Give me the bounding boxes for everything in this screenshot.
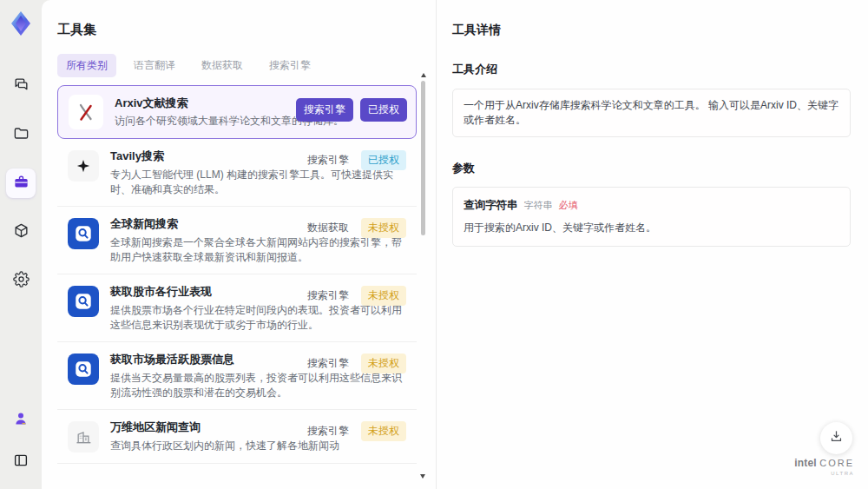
tool-category-tag: 搜索引擎	[307, 288, 349, 303]
nav-files-button[interactable]	[6, 120, 36, 149]
tool-cards: Arxiv文献搜索 访问各个研究领域大量科学论文和文章的存储库。 搜索引擎 已授…	[57, 85, 417, 464]
tool-card-arxiv[interactable]: Arxiv文献搜索 访问各个研究领域大量科学论文和文章的存储库。 搜索引擎 已授…	[57, 85, 417, 139]
tool-card-tavily[interactable]: Tavily搜索 专为人工智能代理 (LLM) 构建的搜索引擎工具。可快速提供实…	[57, 139, 417, 207]
tool-card-meta: 搜索引擎 已授权	[296, 98, 407, 122]
tool-card-meta: 搜索引擎 未授权	[307, 354, 406, 373]
intel-tier-text: ULTRA	[794, 469, 854, 479]
toolbox-icon	[13, 174, 30, 194]
main-surface: 工具集 所有类别 语言翻译 数据获取 搜索引擎 Arxiv文献搜索 访问各个研究…	[42, 0, 868, 489]
left-rail	[0, 0, 42, 489]
tool-category-tag: 搜索引擎	[296, 98, 353, 122]
scroll-down-arrow-icon[interactable]	[420, 474, 425, 479]
intel-product-text: CORE	[819, 458, 854, 468]
tool-description: 提供股票市场各个行业在特定时间段内的表现。投资者可以利用这些信息来识别表现优于或…	[110, 303, 406, 332]
tool-card-meta: 搜索引擎 未授权	[307, 421, 406, 441]
tool-category-tag: 搜索引擎	[307, 153, 349, 168]
tool-auth-badge: 未授权	[361, 421, 406, 441]
detail-title: 工具详情	[452, 23, 851, 38]
tool-category-tag: 搜索引擎	[307, 356, 349, 371]
params-heading: 参数	[452, 161, 851, 176]
download-icon	[829, 429, 844, 447]
param-type: 字符串	[524, 199, 553, 212]
intro-heading: 工具介绍	[452, 62, 851, 77]
sparkle-icon	[68, 150, 99, 182]
tool-card-active-stocks[interactable]: 获取市场最活跃股票信息 提供当天交易量最高的股票列表，投资者可以利用这些信息来识…	[57, 342, 417, 410]
tab-language-translation[interactable]: 语言翻译	[125, 54, 184, 77]
arxiv-icon	[69, 95, 103, 129]
tool-auth-badge: 未授权	[361, 354, 406, 373]
tool-card-meta: 数据获取 未授权	[307, 218, 406, 238]
user-icon	[13, 411, 29, 430]
tool-card-sector-performance[interactable]: 获取股市各行业表现 提供股票市场各个行业在特定时间段内的表现。投资者可以利用这些…	[57, 274, 417, 342]
nav-chat-button[interactable]	[6, 71, 36, 101]
tool-category-tag: 数据获取	[307, 221, 349, 235]
news-search-icon	[68, 218, 99, 249]
tool-auth-badge: 已授权	[361, 150, 406, 170]
param-description: 用于搜索的Arxiv ID、关键字或作者姓名。	[464, 221, 839, 235]
gear-icon	[13, 271, 30, 291]
tool-auth-badge: 已授权	[360, 98, 407, 122]
tool-card-meta: 搜索引擎 已授权	[307, 150, 406, 170]
param-name: 查询字符串	[464, 198, 518, 213]
scroll-up-arrow-icon[interactable]	[421, 73, 426, 77]
rail-bottom	[0, 406, 42, 477]
intro-box: 一个用于从Arxiv存储库搜索科学论文和文章的工具。 输入可以是Arxiv ID…	[452, 89, 851, 137]
tab-all-categories[interactable]: 所有类别	[57, 54, 116, 77]
page-title: 工具集	[57, 22, 436, 38]
tool-list-panel: 工具集 所有类别 语言翻译 数据获取 搜索引擎 Arxiv文献搜索 访问各个研究…	[42, 0, 436, 489]
tool-description: 专为人工智能代理 (LLM) 构建的搜索引擎工具。可快速提供实时、准确和真实的结…	[110, 168, 406, 196]
intel-core-badge: intel CORE ULTRA	[794, 459, 854, 479]
scrollbar-thumb[interactable]	[421, 81, 425, 235]
tool-description: 全球新闻搜索是一个聚合全球各大新闻网站内容的搜索引擎，帮助用户快速获取全球最新资…	[110, 235, 406, 264]
tool-detail-panel: 工具详情 工具介绍 一个用于从Arxiv存储库搜索科学论文和文章的工具。 输入可…	[436, 0, 868, 489]
tool-card-regional-news[interactable]: 万维地区新闻查询 查询具体行政区划内的新闻，快速了解各地新闻动 搜索引擎 未授权	[57, 410, 417, 464]
nav-toolbox-button[interactable]	[6, 169, 36, 198]
stock-search-icon	[68, 286, 99, 317]
tool-description: 提供当天交易量最高的股票列表，投资者可以利用这些信息来识别流动性强的股票和潜在的…	[110, 371, 406, 400]
tool-category-tag: 搜索引擎	[307, 424, 349, 439]
param-head: 查询字符串 字符串 必填	[464, 198, 839, 213]
category-tabs: 所有类别 语言翻译 数据获取 搜索引擎	[57, 54, 436, 77]
tool-card-meta: 搜索引擎 未授权	[307, 286, 406, 306]
rail-nav	[0, 71, 42, 295]
tool-auth-badge: 未授权	[361, 218, 406, 238]
nav-settings-button[interactable]	[6, 266, 36, 295]
user-profile-button[interactable]	[6, 406, 36, 435]
cube-icon	[13, 222, 30, 242]
stock-search-icon	[68, 354, 99, 385]
nav-packages-button[interactable]	[6, 217, 36, 247]
panel-toggle-icon	[13, 453, 29, 472]
folder-icon	[13, 125, 30, 145]
chat-icon	[13, 76, 30, 96]
tab-search-engine[interactable]: 搜索引擎	[260, 54, 319, 77]
app-logo[interactable]	[8, 9, 34, 38]
tool-card-global-news[interactable]: 全球新闻搜索 全球新闻搜索是一个聚合全球各大新闻网站内容的搜索引擎，帮助用户快速…	[57, 207, 417, 274]
tab-data-fetch[interactable]: 数据获取	[193, 54, 252, 77]
collapse-panel-button[interactable]	[6, 447, 36, 477]
tool-auth-badge: 未授权	[361, 286, 406, 306]
download-button[interactable]	[820, 422, 852, 454]
list-scrollbar[interactable]	[420, 73, 426, 479]
building-news-icon	[68, 421, 99, 453]
intel-brand-text: intel	[794, 457, 817, 469]
param-required-flag: 必填	[559, 199, 578, 212]
param-card: 查询字符串 字符串 必填 用于搜索的Arxiv ID、关键字或作者姓名。	[452, 187, 851, 247]
